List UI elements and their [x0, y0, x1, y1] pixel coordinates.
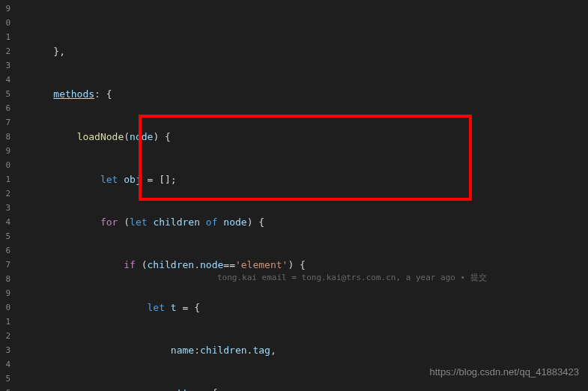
- line-number: 2: [0, 44, 10, 58]
- watermark: https://blog.csdn.net/qq_41883423: [430, 366, 580, 378]
- line-number: 0: [0, 158, 10, 172]
- code-line: name:children.tag,: [30, 343, 588, 357]
- code-line: let obj = [];: [30, 172, 588, 187]
- line-number: 3: [0, 58, 10, 73]
- code-line: attrs: {: [30, 386, 588, 391]
- line-number: 3: [0, 201, 10, 215]
- code-line: methods: {: [30, 87, 588, 101]
- line-number: 4: [0, 215, 10, 229]
- code-line: for (let children of node) {: [30, 215, 588, 229]
- line-number: 9: [0, 144, 10, 158]
- line-number: 9: [0, 1, 10, 16]
- line-number: 4: [0, 73, 10, 87]
- line-number: 6: [0, 243, 10, 258]
- line-number: 8: [0, 272, 10, 286]
- line-number: 9: [0, 286, 10, 300]
- line-number: 8: [0, 130, 10, 144]
- line-number: 5: [0, 229, 10, 243]
- line-number: 2: [0, 329, 10, 343]
- line-gutter: 9012345678901234567890123456: [0, 0, 16, 391]
- line-number: 6: [0, 386, 10, 391]
- git-blame-annotation: tong.kai email = tong.kai@trs.com.cn, a …: [217, 270, 487, 285]
- code-editor[interactable]: 9012345678901234567890123456 }, methods:…: [0, 0, 588, 391]
- line-number: 7: [0, 115, 10, 130]
- line-number: 7: [0, 258, 10, 272]
- code-area[interactable]: }, methods: { loadNode(node) { let obj =…: [16, 0, 588, 391]
- line-number: 0: [0, 16, 10, 30]
- line-number: 1: [0, 30, 10, 44]
- highlight-box: [139, 115, 472, 201]
- line-number: 4: [0, 357, 10, 372]
- line-number: 1: [0, 172, 10, 187]
- code-line: },: [30, 44, 588, 58]
- line-number: 6: [0, 101, 10, 115]
- code-line: let t = {: [30, 300, 588, 315]
- line-number: 3: [0, 343, 10, 357]
- line-number: 1: [0, 315, 10, 329]
- line-number: 5: [0, 372, 10, 386]
- line-number: 2: [0, 187, 10, 201]
- line-number: 0: [0, 300, 10, 315]
- line-number: 5: [0, 87, 10, 101]
- code-line: loadNode(node) {: [30, 130, 588, 144]
